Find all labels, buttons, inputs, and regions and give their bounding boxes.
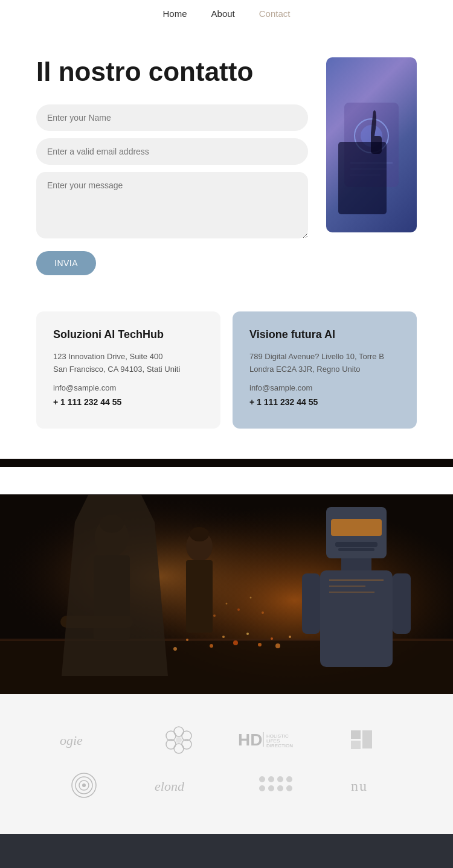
address-card-1-title: Soluzioni AI TechHub bbox=[53, 328, 204, 341]
svg-rect-17 bbox=[186, 560, 213, 633]
contact-hero-image bbox=[326, 57, 417, 232]
address-card-1-email[interactable]: info@sample.com bbox=[53, 383, 204, 392]
svg-point-69 bbox=[286, 776, 292, 782]
nu-logo-svg: nu bbox=[351, 776, 387, 794]
address-card-1-phone[interactable]: + 1 111 232 44 55 bbox=[53, 397, 204, 407]
contact-form-area: Il nostro contatto INVIA bbox=[36, 57, 308, 275]
svg-point-38 bbox=[289, 636, 291, 638]
svg-rect-13 bbox=[94, 555, 130, 640]
main-nav: Home About Contact bbox=[0, 0, 453, 27]
hero-nav: Home About Contact bbox=[0, 467, 453, 494]
svg-point-64 bbox=[82, 783, 86, 787]
hero-nav-home[interactable]: Home bbox=[163, 476, 187, 486]
svg-rect-24 bbox=[329, 579, 384, 581]
svg-rect-57 bbox=[351, 730, 361, 739]
svg-point-42 bbox=[250, 596, 252, 598]
hero-nav-about[interactable]: About bbox=[211, 476, 235, 486]
nav-contact[interactable]: Contact bbox=[259, 8, 291, 19]
logo-flower bbox=[132, 724, 227, 758]
footer: Iscriviti per gli ultimi aggiornamenti e… bbox=[0, 834, 453, 868]
logo-ogie: ogie bbox=[36, 730, 132, 752]
address-card-1: Soluzioni AI TechHub 123 Innovation Driv… bbox=[36, 311, 220, 429]
logo-hd: HD HOLISTIC LIFES DIRECTION bbox=[226, 729, 322, 754]
svg-point-35 bbox=[173, 647, 177, 651]
svg-point-33 bbox=[258, 643, 262, 646]
svg-point-11 bbox=[95, 518, 129, 557]
contact-title: Il nostro contatto bbox=[36, 57, 308, 86]
nav-about[interactable]: About bbox=[211, 8, 235, 19]
svg-point-40 bbox=[226, 602, 228, 604]
svg-rect-0 bbox=[344, 103, 399, 187]
logo-elond: elond bbox=[132, 776, 227, 798]
logo-nu: nu bbox=[322, 776, 417, 798]
flower-logo-svg bbox=[164, 724, 194, 755]
svg-rect-23 bbox=[320, 570, 393, 667]
svg-point-30 bbox=[222, 636, 225, 638]
contact-section: Il nostro contatto INVIA bbox=[0, 27, 453, 299]
svg-rect-58 bbox=[351, 741, 361, 749]
svg-point-73 bbox=[286, 785, 292, 791]
logo-dots bbox=[226, 773, 322, 801]
address-card-2-address: 789 Digital Avenue? Livello 10, Torre B … bbox=[249, 351, 400, 376]
svg-text:nu: nu bbox=[351, 778, 368, 794]
svg-text:DIRECTION: DIRECTION bbox=[266, 743, 293, 748]
hd-logo-svg: HD HOLISTIC LIFES DIRECTION bbox=[238, 729, 310, 750]
svg-rect-26 bbox=[329, 592, 374, 593]
address-card-2-title: Visione futura AI bbox=[249, 328, 400, 341]
svg-rect-22 bbox=[341, 558, 371, 570]
svg-rect-20 bbox=[335, 542, 378, 547]
svg-point-51 bbox=[176, 737, 182, 743]
svg-point-39 bbox=[213, 614, 216, 617]
svg-point-32 bbox=[246, 633, 249, 635]
svg-point-31 bbox=[233, 640, 238, 645]
hand-touch-illustration bbox=[344, 103, 399, 187]
svg-text:ogie: ogie bbox=[60, 733, 83, 748]
svg-rect-21 bbox=[338, 548, 374, 551]
submit-button[interactable]: INVIA bbox=[36, 251, 96, 275]
svg-rect-28 bbox=[393, 573, 411, 634]
hero-image-section: Home About Contact bbox=[0, 459, 453, 694]
svg-point-67 bbox=[268, 776, 274, 782]
circle-logo-svg bbox=[69, 770, 99, 800]
svg-rect-27 bbox=[302, 573, 320, 634]
svg-text:HD: HD bbox=[238, 730, 262, 749]
svg-point-43 bbox=[262, 611, 264, 614]
svg-point-68 bbox=[277, 776, 283, 782]
logo-brighto: brighto bbox=[322, 727, 417, 755]
svg-point-41 bbox=[237, 608, 240, 611]
svg-rect-14 bbox=[60, 616, 133, 628]
logos-row-2: elond nu bbox=[36, 770, 417, 804]
hero-nav-contact[interactable]: Contact bbox=[259, 476, 291, 486]
svg-rect-59 bbox=[362, 730, 372, 748]
name-input[interactable] bbox=[36, 104, 308, 131]
dots-logo-svg bbox=[256, 773, 292, 797]
svg-point-29 bbox=[210, 644, 213, 648]
address-card-2: Visione futura AI 789 Digital Avenue? Li… bbox=[233, 311, 417, 429]
message-input[interactable] bbox=[36, 172, 308, 238]
address-card-2-email[interactable]: info@sample.com bbox=[249, 383, 400, 392]
contact-image-area bbox=[326, 57, 417, 275]
svg-point-12 bbox=[100, 515, 124, 533]
address-card-1-address: 123 Innovation Drive, Suite 400 San Fran… bbox=[53, 351, 204, 376]
brighto-logo-svg: brighto bbox=[348, 727, 390, 752]
svg-rect-19 bbox=[331, 519, 382, 536]
svg-point-34 bbox=[186, 639, 188, 641]
svg-text:elond: elond bbox=[155, 779, 185, 794]
logos-row-1: ogie HD HOLISTIC LIFES DIRECTION bbox=[36, 724, 417, 758]
svg-point-71 bbox=[268, 785, 274, 791]
svg-point-37 bbox=[275, 643, 280, 648]
svg-point-72 bbox=[277, 785, 283, 791]
elond-logo-svg: elond bbox=[155, 776, 203, 794]
nav-home[interactable]: Home bbox=[163, 8, 187, 19]
ogie-logo-svg: ogie bbox=[60, 730, 108, 748]
svg-point-36 bbox=[271, 637, 273, 640]
logos-section: ogie HD HOLISTIC LIFES DIRECTION bbox=[0, 694, 453, 834]
address-card-2-phone[interactable]: + 1 111 232 44 55 bbox=[249, 397, 400, 407]
logo-circle bbox=[36, 770, 132, 804]
svg-rect-25 bbox=[329, 586, 365, 587]
email-input[interactable] bbox=[36, 138, 308, 165]
svg-point-16 bbox=[190, 527, 209, 541]
address-section: Soluzioni AI TechHub 123 Innovation Driv… bbox=[0, 299, 453, 459]
svg-point-70 bbox=[259, 785, 265, 791]
svg-point-66 bbox=[259, 776, 265, 782]
